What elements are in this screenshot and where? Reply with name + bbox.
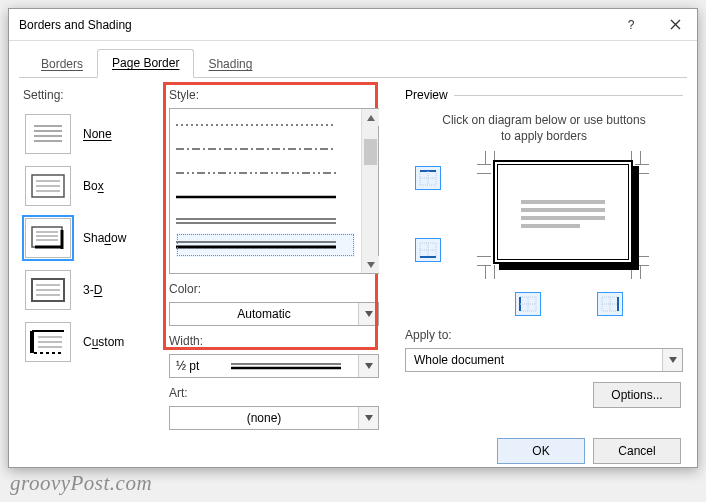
applyto-dropdown[interactable]: Whole document	[405, 348, 683, 372]
setting-custom-label: Custom	[83, 335, 124, 349]
style-item[interactable]	[176, 161, 355, 185]
setting-3d-icon	[25, 270, 71, 310]
border-top-button[interactable]	[415, 166, 441, 190]
art-dropdown[interactable]: (none)	[169, 406, 379, 430]
window-title: Borders and Shading	[19, 18, 609, 32]
width-preview	[214, 362, 358, 370]
scroll-up-button[interactable]	[362, 109, 379, 126]
color-label: Color:	[169, 282, 379, 296]
borders-shading-dialog: Borders and Shading ? Borders Page Borde…	[8, 8, 698, 468]
applyto-value: Whole document	[406, 353, 662, 367]
setting-none-icon	[25, 114, 71, 154]
width-dropdown[interactable]: ½ pt	[169, 354, 379, 378]
options-button[interactable]: Options...	[593, 382, 681, 408]
preview-diagram	[405, 152, 683, 302]
setting-none[interactable]: None	[23, 108, 163, 160]
cancel-button[interactable]: Cancel	[593, 438, 681, 464]
chevron-down-icon	[358, 355, 378, 377]
tab-page-border[interactable]: Page Border	[97, 49, 194, 78]
art-value: (none)	[170, 411, 358, 425]
style-item[interactable]	[176, 209, 355, 233]
setting-none-label: None	[83, 127, 112, 141]
setting-shadow[interactable]: Shadow	[23, 212, 163, 264]
applyto-label: Apply to:	[405, 328, 683, 342]
style-listbox[interactable]	[169, 108, 379, 274]
border-left-button[interactable]	[515, 292, 541, 316]
preview-instruction: Click on diagram below or use buttonsto …	[425, 112, 663, 144]
border-bottom-button[interactable]	[415, 238, 441, 262]
tab-shading[interactable]: Shading	[194, 51, 266, 78]
style-item[interactable]	[176, 137, 355, 161]
tabstrip: Borders Page Border Shading	[9, 41, 697, 78]
svg-rect-8	[32, 227, 62, 247]
setting-3d[interactable]: 3-3-DD	[23, 264, 163, 316]
style-label: Style:	[169, 88, 379, 102]
art-label: Art:	[169, 386, 379, 400]
setting-box-label: Box	[83, 179, 104, 193]
width-value: ½ pt	[170, 359, 214, 373]
tab-borders[interactable]: Borders	[27, 51, 97, 78]
style-item[interactable]	[176, 185, 355, 209]
setting-custom-icon	[25, 322, 71, 362]
setting-3d-label: 3-3-DD	[83, 283, 102, 297]
watermark: groovyPost.com	[10, 471, 152, 496]
scroll-down-button[interactable]	[362, 256, 379, 273]
setting-box-icon	[25, 166, 71, 206]
style-scrollbar[interactable]	[361, 109, 378, 273]
preview-group: Preview Click on diagram below or use bu…	[385, 88, 683, 430]
setting-custom[interactable]: Custom	[23, 316, 163, 368]
setting-label: Setting:	[23, 88, 163, 102]
scroll-thumb[interactable]	[364, 139, 377, 165]
ok-button[interactable]: OK	[497, 438, 585, 464]
setting-shadow-label: Shadow	[83, 231, 126, 245]
width-label: Width:	[169, 334, 379, 348]
chevron-down-icon	[662, 349, 682, 371]
titlebar: Borders and Shading ?	[9, 9, 697, 41]
chevron-down-icon	[358, 407, 378, 429]
style-item-selected[interactable]	[176, 233, 355, 257]
setting-box[interactable]: Box	[23, 160, 163, 212]
dialog-footer: OK Cancel	[9, 434, 697, 467]
border-right-button[interactable]	[597, 292, 623, 316]
preview-page[interactable]	[493, 160, 633, 264]
color-dropdown[interactable]: Automatic	[169, 302, 379, 326]
color-value: Automatic	[170, 307, 358, 321]
style-group: Style:	[169, 88, 379, 430]
setting-group: Setting: None Box	[23, 88, 163, 430]
help-button[interactable]: ?	[609, 9, 653, 41]
close-button[interactable]	[653, 9, 697, 41]
preview-label: Preview	[405, 88, 448, 102]
chevron-down-icon	[358, 303, 378, 325]
setting-shadow-icon	[25, 218, 71, 258]
style-item[interactable]	[176, 113, 355, 137]
